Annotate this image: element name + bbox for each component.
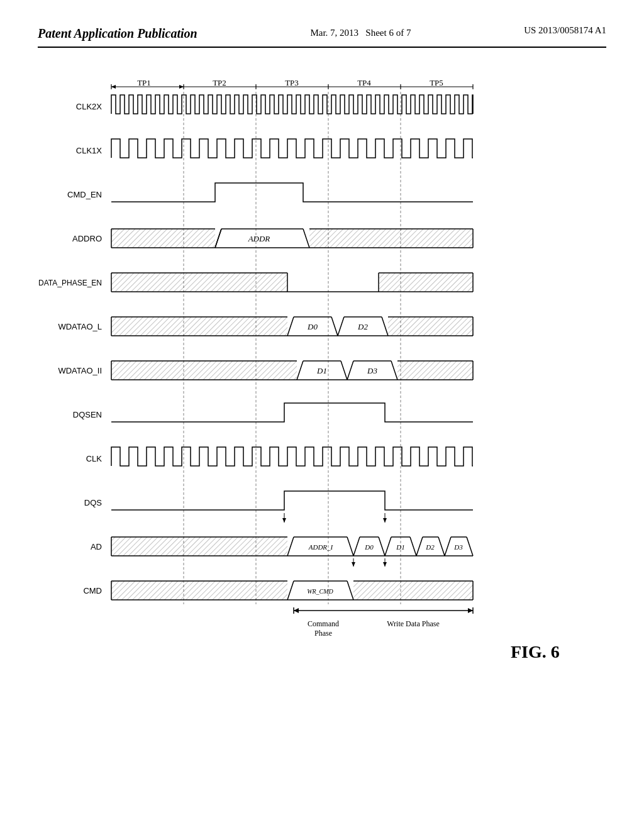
wdatao-ii-waveform: D1 D3 bbox=[111, 361, 473, 380]
wr-cmd-label: WR_CMD bbox=[307, 588, 333, 595]
dqs-waveform bbox=[111, 491, 473, 523]
cmd-en-waveform bbox=[111, 183, 473, 202]
tp1-label: TP1 bbox=[137, 79, 151, 87]
svg-line-89 bbox=[416, 537, 423, 556]
svg-marker-98 bbox=[352, 562, 355, 567]
signal-label-cmd-en: CMD_EN bbox=[67, 190, 102, 199]
svg-rect-22 bbox=[309, 229, 473, 248]
signal-label-clk: CLK bbox=[86, 454, 103, 463]
write-data-phase-label: Write Data Phase bbox=[387, 619, 439, 628]
ad-waveform: ADDR_I D0 D1 D2 bbox=[111, 537, 473, 567]
tp5-label: TP5 bbox=[430, 79, 443, 87]
tp2-label: TP2 bbox=[213, 79, 226, 87]
signal-label-dqs: DQS bbox=[84, 498, 103, 507]
addr-label: ADDR bbox=[248, 234, 270, 243]
svg-line-87 bbox=[410, 537, 416, 556]
svg-line-85 bbox=[385, 537, 391, 556]
svg-line-91 bbox=[438, 537, 445, 556]
svg-line-77 bbox=[287, 537, 294, 556]
svg-line-95 bbox=[467, 537, 473, 556]
fig-label: FIG. 6 bbox=[511, 642, 560, 661]
signal-label-rdata: RDATA_PHASE_EN bbox=[39, 279, 102, 287]
svg-marker-115 bbox=[294, 608, 299, 613]
tp4-label: TP4 bbox=[357, 79, 371, 87]
svg-marker-118 bbox=[468, 608, 473, 613]
timing-diagram: CLK2X CLK1X CMD_EN ADDRO RDATA_PHASE_EN … bbox=[39, 79, 605, 739]
d2-label-wdatao-l: D2 bbox=[357, 322, 368, 331]
page: Patent Application Publication Mar. 7, 2… bbox=[0, 0, 644, 830]
svg-line-83 bbox=[379, 537, 385, 556]
command-phase-label2: Phase bbox=[314, 629, 332, 638]
clk2x-waveform bbox=[111, 95, 473, 114]
addr-i-label: ADDR_I bbox=[308, 543, 334, 551]
svg-line-81 bbox=[353, 537, 360, 556]
svg-marker-72 bbox=[383, 518, 387, 523]
header-patent-number: US 2013/0058174 A1 bbox=[524, 25, 606, 36]
tp3-label: TP3 bbox=[285, 79, 299, 87]
svg-rect-109 bbox=[353, 581, 473, 600]
svg-line-57 bbox=[297, 361, 303, 380]
cmd-waveform: WR_CMD bbox=[111, 581, 473, 600]
svg-rect-53 bbox=[111, 361, 297, 380]
svg-rect-33 bbox=[379, 273, 473, 292]
svg-line-45 bbox=[338, 317, 344, 336]
signal-label-addro: ADDRO bbox=[72, 234, 102, 243]
signal-label-dqsen: DQSEN bbox=[73, 410, 102, 419]
signal-label-cmd: CMD bbox=[83, 586, 102, 595]
signal-label-clk1x: CLK1X bbox=[76, 146, 103, 155]
d0-label: D0 bbox=[307, 322, 318, 331]
d0-ad-label: D0 bbox=[364, 543, 374, 551]
signal-label-wdatao-ii: WDATAO_II bbox=[58, 366, 102, 375]
signal-label-ad: AD bbox=[91, 542, 102, 551]
svg-marker-3 bbox=[111, 85, 116, 89]
svg-line-43 bbox=[331, 317, 338, 336]
svg-line-63 bbox=[391, 361, 397, 380]
svg-line-59 bbox=[341, 361, 347, 380]
svg-line-41 bbox=[287, 317, 294, 336]
signal-label-clk2x: CLK2X bbox=[76, 102, 103, 111]
command-phase-label: Command bbox=[308, 619, 339, 628]
header-date: Mar. 7, 2013 Sheet 6 of 7 bbox=[310, 25, 411, 40]
svg-marker-100 bbox=[383, 562, 387, 567]
header: Patent Application Publication Mar. 7, 2… bbox=[38, 25, 606, 48]
d3-ad-label: D3 bbox=[453, 543, 463, 551]
svg-marker-70 bbox=[282, 518, 286, 523]
svg-line-20 bbox=[303, 229, 309, 248]
rdata-phase-en-waveform bbox=[111, 273, 473, 292]
d3-label-wdatao-ii: D3 bbox=[367, 366, 377, 375]
svg-line-93 bbox=[445, 537, 451, 556]
svg-rect-73 bbox=[111, 537, 287, 556]
svg-rect-13 bbox=[111, 229, 215, 248]
svg-rect-26 bbox=[111, 273, 287, 292]
svg-line-47 bbox=[382, 317, 388, 336]
svg-marker-4 bbox=[179, 85, 184, 89]
svg-line-107 bbox=[347, 581, 353, 600]
svg-line-105 bbox=[287, 581, 294, 600]
signal-label-wdatao-l: WDATAO_L bbox=[58, 322, 102, 331]
svg-rect-65 bbox=[397, 361, 473, 380]
svg-rect-37 bbox=[111, 317, 287, 336]
d2-ad-label: D2 bbox=[425, 543, 435, 551]
wdatao-l-waveform: D0 D2 bbox=[111, 317, 473, 336]
addro-waveform: ADDR bbox=[111, 229, 473, 248]
svg-line-18 bbox=[215, 229, 221, 248]
clk1x-waveform bbox=[111, 139, 473, 158]
d1-ad-label: D1 bbox=[396, 543, 404, 551]
svg-line-61 bbox=[347, 361, 353, 380]
svg-rect-101 bbox=[111, 581, 287, 600]
svg-line-79 bbox=[347, 537, 353, 556]
d1-label: D1 bbox=[316, 366, 327, 375]
dqsen-waveform bbox=[111, 403, 473, 422]
header-title: Patent Application Publication bbox=[38, 25, 197, 42]
clk-waveform bbox=[111, 447, 473, 466]
